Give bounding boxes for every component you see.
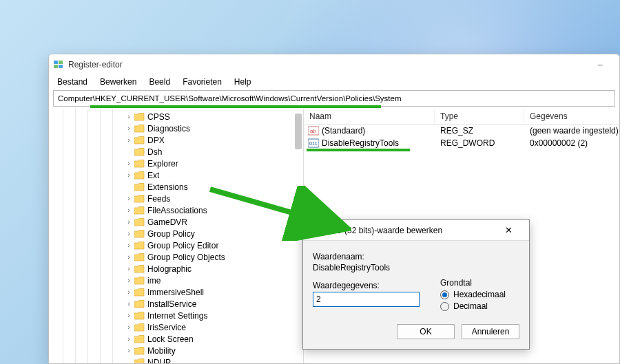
- tree-item[interactable]: ›Lock Screen: [49, 333, 303, 345]
- value-data-input[interactable]: [313, 292, 420, 307]
- value-type: REG_SZ: [435, 126, 524, 136]
- folder-icon: [134, 230, 145, 238]
- menu-beeld[interactable]: Beeld: [143, 76, 176, 88]
- svg-rect-3: [59, 65, 63, 68]
- value-data: 0x00000002 (2): [524, 138, 619, 148]
- svg-rect-2: [54, 65, 58, 68]
- tree-item[interactable]: ›Ext: [49, 169, 303, 181]
- radio-dot-icon: [440, 290, 449, 299]
- dialog-titlebar[interactable]: DWORD (32 bits)-waarde bewerken ✕: [303, 220, 529, 241]
- folder-icon: [134, 160, 145, 168]
- tree-item[interactable]: ›Holographic: [49, 263, 303, 275]
- menu-bestand[interactable]: Bestand: [52, 76, 93, 88]
- tree-item[interactable]: ›InstallService: [49, 298, 303, 310]
- chevron-right-icon[interactable]: ›: [125, 160, 133, 167]
- chevron-right-icon[interactable]: ›: [125, 206, 133, 214]
- value-type: REG_DWORD: [435, 138, 524, 148]
- titlebar[interactable]: Register-editor ─ ▢: [49, 54, 619, 75]
- tree-item[interactable]: ›Group Policy Objects: [49, 251, 303, 263]
- tree-item-label: Group Policy Objects: [147, 253, 225, 262]
- minimize-button[interactable]: ─: [585, 55, 615, 74]
- chevron-right-icon[interactable]: ›: [125, 288, 133, 296]
- tree-item[interactable]: ›CPSS: [49, 111, 303, 122]
- tree-item[interactable]: ›GameDVR: [49, 216, 303, 228]
- chevron-right-icon[interactable]: ›: [125, 335, 133, 343]
- menu-favorieten[interactable]: Favorieten: [177, 76, 227, 88]
- address-bar[interactable]: Computer\HKEY_CURRENT_USER\Software\Micr…: [53, 90, 615, 107]
- list-header: Naam Type Gegevens: [304, 109, 619, 125]
- tree-item[interactable]: ›Group Policy: [49, 228, 303, 239]
- radio-decimal[interactable]: Decimaal: [440, 301, 506, 311]
- tree-item[interactable]: ›DPX: [49, 134, 303, 146]
- chevron-right-icon[interactable]: ›: [125, 136, 133, 144]
- tree-item[interactable]: ›IrisService: [49, 321, 303, 333]
- highlight-value: [307, 149, 410, 151]
- tree-item[interactable]: ›FileAssociations: [49, 204, 303, 216]
- chevron-right-icon[interactable]: ›: [125, 230, 133, 237]
- registry-editor-window: Register-editor ─ ▢ Bestand Bewerken Bee…: [48, 54, 620, 364]
- tree-item-label: GameDVR: [147, 217, 187, 227]
- chevron-right-icon[interactable]: ›: [125, 312, 133, 319]
- value-data-label: Waardegegevens:: [313, 281, 420, 290]
- tree-item-label: DPX: [147, 136, 165, 145]
- menu-help[interactable]: Help: [229, 76, 257, 88]
- tree-item-label: Extensions: [147, 182, 188, 192]
- tree-item[interactable]: Extensions: [49, 181, 303, 193]
- tree-item-label: Group Policy Editor: [147, 241, 218, 250]
- ok-button[interactable]: OK: [397, 324, 455, 339]
- tree-item[interactable]: ›Feeds: [49, 193, 303, 204]
- folder-icon: [134, 242, 145, 250]
- folder-icon: [134, 288, 145, 297]
- chevron-right-icon[interactable]: ›: [125, 300, 133, 308]
- tree-item[interactable]: ›Diagnostics: [49, 122, 303, 134]
- tree-item[interactable]: Dsh: [49, 146, 303, 158]
- chevron-right-icon[interactable]: ›: [125, 113, 133, 120]
- menu-bewerken[interactable]: Bewerken: [94, 76, 142, 88]
- tree-item[interactable]: NDUP: [49, 356, 303, 363]
- tree-item-label: ImmersiveShell: [147, 288, 204, 297]
- tree-item-label: Feeds: [147, 194, 170, 204]
- list-row[interactable]: 011DisableRegistryTools REG_DWORD 0x0000…: [304, 137, 619, 149]
- chevron-right-icon[interactable]: ›: [125, 347, 133, 354]
- tree-item-label: InstallService: [147, 299, 196, 309]
- tree-pane[interactable]: ›CPSS›Diagnostics›DPXDsh›Explorer›ExtExt…: [49, 109, 304, 363]
- chevron-right-icon[interactable]: ›: [125, 218, 133, 226]
- tree-item[interactable]: ›Internet Settings: [49, 310, 303, 321]
- tree-item-label: Ext: [147, 171, 159, 180]
- col-data[interactable]: Gegevens: [524, 109, 619, 124]
- menubar: Bestand Bewerken Beeld Favorieten Help: [49, 75, 619, 89]
- chevron-right-icon[interactable]: ›: [125, 323, 133, 331]
- chevron-right-icon[interactable]: ›: [125, 195, 133, 202]
- col-name[interactable]: Naam: [304, 109, 435, 124]
- highlight-address: [90, 105, 381, 108]
- tree-item-label: ime: [147, 276, 161, 286]
- folder-icon: [134, 312, 145, 320]
- chevron-right-icon[interactable]: ›: [125, 242, 133, 249]
- folder-icon: [134, 171, 145, 180]
- tree-item-label: Mobility: [147, 346, 176, 356]
- chevron-right-icon[interactable]: ›: [125, 253, 133, 261]
- chevron-right-icon[interactable]: ›: [125, 265, 133, 272]
- tree-item[interactable]: ›Group Policy Editor: [49, 239, 303, 251]
- radio-hexadecimal[interactable]: Hexadecimaal: [440, 290, 506, 299]
- tree-item-label: Holographic: [147, 264, 192, 274]
- radio-dot-icon: [440, 302, 449, 311]
- chevron-right-icon[interactable]: ›: [125, 171, 133, 179]
- tree-item[interactable]: ›Mobility: [49, 345, 303, 356]
- tree-item-label: Dsh: [147, 147, 162, 157]
- list-pane[interactable]: Naam Type Gegevens ab(Standaard) REG_SZ …: [304, 109, 619, 363]
- close-icon[interactable]: ✕: [495, 225, 522, 235]
- value-name: (Standaard): [322, 126, 365, 136]
- folder-icon: [134, 323, 145, 332]
- list-row[interactable]: ab(Standaard) REG_SZ (geen waarde ingest…: [304, 125, 619, 137]
- cancel-button[interactable]: Annuleren: [462, 324, 519, 339]
- tree-item[interactable]: ›ImmersiveShell: [49, 286, 303, 298]
- tree-item[interactable]: ›ime: [49, 275, 303, 286]
- chevron-right-icon[interactable]: ›: [125, 125, 133, 132]
- svg-rect-0: [54, 61, 58, 64]
- tree-item[interactable]: ›Explorer: [49, 158, 303, 169]
- chevron-right-icon[interactable]: ›: [125, 277, 133, 284]
- col-type[interactable]: Type: [435, 109, 524, 124]
- base-label: Grondtal: [440, 278, 506, 288]
- tree-item-label: CPSS: [147, 112, 170, 122]
